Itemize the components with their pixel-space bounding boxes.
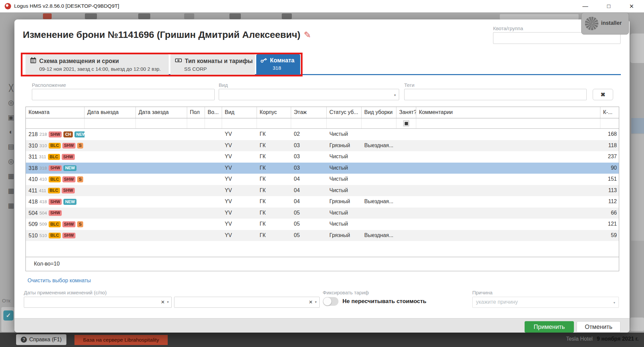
cleaning-type-cell xyxy=(362,174,396,185)
room-cell: 510510BLCSHW xyxy=(26,230,85,241)
room-number: 411 xyxy=(29,187,37,194)
toggle-knob xyxy=(323,297,331,305)
chevron-down-icon[interactable]: ▾ xyxy=(315,300,317,304)
room-number: 311 xyxy=(29,154,37,160)
dimmed-panel-fragment xyxy=(631,118,644,133)
vo-cell xyxy=(205,174,222,185)
dimmed-left-card-fragment: ✓ xyxy=(1,307,14,332)
gender-cell xyxy=(187,185,205,196)
table-row[interactable]: 310310BLCSHWSYVГК03ГрязныйВыездная...118 xyxy=(26,140,619,152)
minimize-button[interactable]: — xyxy=(577,0,594,12)
building-cell: ГК xyxy=(257,219,291,230)
date-to-input[interactable]: × ▾ xyxy=(174,297,320,308)
room-cell: 504504SHW xyxy=(26,208,85,219)
filter-cell xyxy=(205,118,222,128)
floor-cell: 05 xyxy=(291,208,327,219)
comments-cell xyxy=(416,230,600,241)
tab-label: Схема размещения и сроки xyxy=(39,58,119,65)
k-cell: 121 xyxy=(600,219,619,230)
filter-cell[interactable] xyxy=(396,118,416,128)
table-row[interactable]: 509509BLCSHWSYVГК05Чистый121 xyxy=(26,219,619,230)
room-number-secondary: 509 xyxy=(40,222,47,227)
maximize-button[interactable]: □ xyxy=(600,0,617,12)
cleaning-type-cell xyxy=(362,219,396,230)
cancel-button[interactable]: Отменить xyxy=(577,321,621,333)
column-header[interactable]: Пол xyxy=(187,107,205,118)
table-row[interactable]: 504504SHWYVГК05Чистый66 xyxy=(26,208,619,219)
table-row[interactable]: 318318SHWNEWYVГК03Чистый90 xyxy=(26,163,619,174)
view-cell: YV xyxy=(222,129,257,140)
location-input[interactable] xyxy=(32,89,215,100)
clear-date-icon[interactable]: × xyxy=(309,299,313,305)
gender-cell xyxy=(187,140,205,152)
column-header[interactable]: К-... xyxy=(600,107,619,118)
filter-cell xyxy=(136,118,187,128)
tab-placement-scheme[interactable]: Схема размещения и сроки 09-12 ноя 2021,… xyxy=(25,54,169,75)
room-cell: 311311BLCSHW xyxy=(26,151,85,163)
table-row[interactable]: 410410BLCSHWSYVГК04Чистый151 xyxy=(26,174,619,185)
column-header[interactable]: Во... xyxy=(205,107,222,118)
column-header[interactable]: Комната xyxy=(26,107,85,118)
column-header[interactable]: Комментарии xyxy=(416,107,600,118)
help-button[interactable]: ? Справка (F1) xyxy=(16,334,66,345)
date-from-input[interactable]: × ▾ xyxy=(24,297,172,308)
table-row[interactable]: 411411BLCSHWYVГК04Чистый113 xyxy=(26,185,619,196)
comments-cell xyxy=(416,208,600,219)
clean-status-cell: Грязный xyxy=(327,140,362,152)
table-row[interactable]: 418418SHWNEWYVГК04ГрязныйВыездная...112 xyxy=(26,196,619,208)
column-header[interactable]: Статус уб... xyxy=(327,107,362,118)
comments-cell xyxy=(416,151,600,163)
apply-button[interactable]: Применить xyxy=(525,321,574,333)
column-header[interactable]: Дата заезда xyxy=(136,107,187,118)
checkout-date-cell xyxy=(85,163,136,174)
cleaning-type-cell xyxy=(362,208,396,219)
room-tag-badge: BLC xyxy=(48,188,60,194)
fix-rate-text: Не пересчитывать стоимость xyxy=(342,298,426,305)
checkin-date-cell xyxy=(136,196,187,208)
column-header[interactable]: Этаж xyxy=(291,107,327,118)
table-row[interactable]: 510510BLCSHWYVГК05ГрязныйВыездная...59 xyxy=(26,230,619,241)
room-tag-badge: SHW xyxy=(62,233,75,239)
column-header[interactable]: Дата выезда xyxy=(85,107,136,118)
hotel-name: Tesla Hotel xyxy=(566,336,593,342)
floor-cell: 04 xyxy=(291,174,327,185)
reason-select[interactable]: укажите причину ▾ xyxy=(472,297,619,308)
tab-label: Комната xyxy=(270,57,294,64)
close-button[interactable]: × xyxy=(623,0,640,12)
fix-rate-toggle[interactable] xyxy=(323,297,338,306)
column-header[interactable]: Вид уборки xyxy=(362,107,396,118)
clear-date-icon[interactable]: × xyxy=(161,299,165,305)
fix-rate-label: Фиксировать тариф xyxy=(323,290,369,295)
dialog-title: Изменение брони №1141696 (Гришин Дмитрий… xyxy=(23,30,311,40)
comments-cell xyxy=(416,140,600,152)
occupied-filter-checkbox[interactable] xyxy=(404,121,409,126)
column-header[interactable]: Занят? xyxy=(396,107,416,118)
comments-cell xyxy=(416,185,600,196)
chevron-down-icon[interactable]: ▾ xyxy=(394,93,396,97)
view-select[interactable] xyxy=(219,89,399,100)
table-row[interactable]: 218218SHWCHNEWYVГК02Чистый168 xyxy=(26,129,619,140)
room-number: 318 xyxy=(29,165,38,171)
clear-room-selection-link[interactable]: Очистить выбор комнаты xyxy=(28,278,91,284)
cleaning-type-cell: Выездная... xyxy=(362,230,396,241)
occupied-cell xyxy=(396,185,416,196)
chevron-down-icon[interactable]: ▾ xyxy=(167,300,169,304)
dimmed-panel-fragment xyxy=(630,34,644,63)
comments-cell xyxy=(416,219,600,230)
table-row[interactable]: 311311BLCSHWYVГК03Чистый237 xyxy=(26,151,619,163)
gender-cell xyxy=(187,174,205,185)
column-header[interactable]: Корпус xyxy=(257,107,291,118)
filter-cell xyxy=(327,118,362,128)
checkin-date-cell xyxy=(136,185,187,196)
column-header[interactable]: Вид xyxy=(222,107,257,118)
table-filter-row xyxy=(26,118,619,129)
tab-subtitle: 09-12 ноя 2021, заезд с 14:00, выезд до … xyxy=(39,66,165,72)
tab-room-type-rates[interactable]: 0 Тип комнаты и тарифы SS CORP xyxy=(170,54,255,75)
edit-pencil-icon[interactable]: ✎ xyxy=(304,30,311,40)
room-tag-badge: BLC xyxy=(49,143,61,149)
tags-input[interactable] xyxy=(404,89,587,100)
clear-filters-button[interactable]: ✖ xyxy=(593,89,613,100)
tab-room[interactable]: Комната 318 xyxy=(256,54,300,75)
view-cell: YV xyxy=(222,151,257,163)
clean-status-cell: Чистый xyxy=(327,219,362,230)
